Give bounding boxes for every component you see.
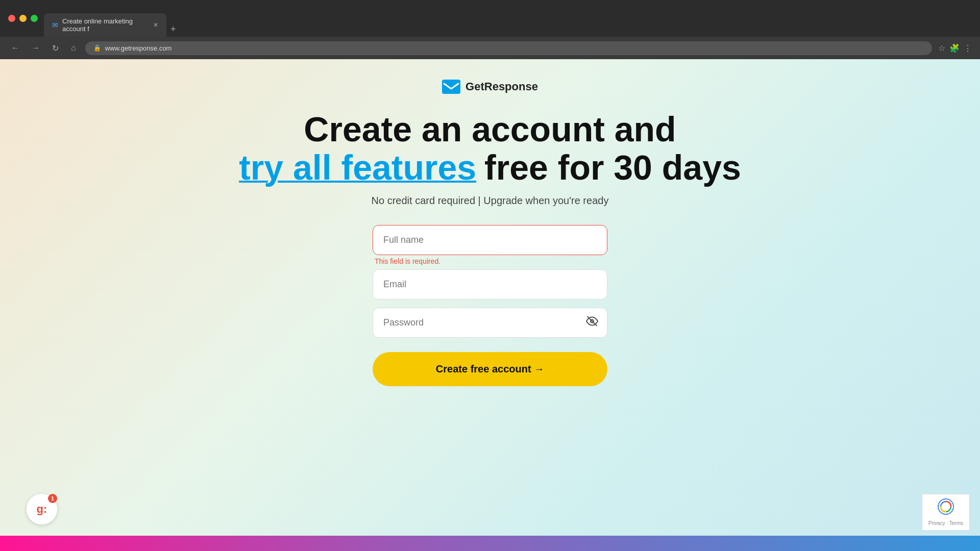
browser-nav-bar: ← → ↻ ⌂ 🔒 www.getresponse.com ☆ 🧩 ⋮ — [0, 37, 980, 59]
headline-blue-text: try all features — [239, 148, 476, 187]
password-input[interactable] — [373, 308, 607, 338]
address-bar[interactable]: 🔒 www.getresponse.com — [85, 41, 932, 55]
address-text: www.getresponse.com — [105, 44, 172, 52]
tab-title: Create online marketing account f — [62, 17, 149, 33]
headline: Create an account and try all features f… — [239, 110, 741, 187]
active-tab[interactable]: ✉ Create online marketing account f ✕ — [44, 13, 166, 37]
create-account-label: Create free account → — [436, 363, 544, 375]
logo-area: GetResponse — [442, 80, 538, 94]
back-button[interactable]: ← — [8, 41, 22, 55]
headline-rest-text: free for 30 days — [484, 148, 741, 187]
maximize-button[interactable] — [31, 15, 38, 22]
logo-text: GetResponse — [465, 80, 538, 93]
grammarly-icon[interactable]: g: 1 — [27, 494, 57, 524]
lock-icon: 🔒 — [93, 44, 101, 52]
headline-line2: try all features free for 30 days — [239, 148, 741, 187]
email-field-wrapper — [373, 269, 607, 299]
fullname-error-message: This field is required. — [373, 257, 607, 265]
forward-button[interactable]: → — [29, 41, 43, 55]
fullname-input[interactable] — [373, 225, 607, 255]
toggle-password-icon[interactable] — [586, 315, 598, 330]
subtext: No credit card required | Upgrade when y… — [372, 195, 609, 207]
create-account-button[interactable]: Create free account → — [373, 352, 607, 386]
password-field-wrapper — [373, 308, 607, 338]
close-button[interactable] — [8, 15, 15, 22]
grammarly-badge-count: 1 — [48, 494, 57, 503]
signup-form: This field is required. Create free acco… — [373, 225, 607, 386]
new-tab-button[interactable]: + — [166, 22, 180, 37]
page-content: GetResponse Create an account and try al… — [0, 59, 980, 551]
bottom-color-bar — [0, 536, 980, 551]
browser-action-icons: ☆ 🧩 ⋮ — [938, 43, 972, 53]
minimize-button[interactable] — [19, 15, 27, 22]
extensions-icon[interactable]: 🧩 — [949, 43, 960, 53]
email-input[interactable] — [373, 269, 607, 299]
grammarly-letter: g: — [37, 503, 47, 516]
recaptcha-icon — [938, 498, 954, 518]
browser-chrome: ✉ Create online marketing account f ✕ + — [0, 0, 980, 37]
headline-line1: Create an account and — [239, 110, 741, 148]
svg-rect-0 — [442, 80, 460, 94]
tab-bar: ✉ Create online marketing account f ✕ + — [44, 0, 972, 37]
traffic-lights — [8, 15, 38, 22]
tab-close-icon[interactable]: ✕ — [153, 21, 158, 29]
bookmark-icon[interactable]: ☆ — [938, 43, 945, 53]
recaptcha-privacy-text: Privacy · Terms — [928, 520, 963, 526]
logo-icon — [442, 80, 460, 94]
home-button[interactable]: ⌂ — [68, 41, 79, 55]
fullname-field-wrapper: This field is required. — [373, 225, 607, 265]
tab-favicon-icon: ✉ — [52, 21, 58, 29]
menu-icon[interactable]: ⋮ — [964, 43, 972, 53]
refresh-button[interactable]: ↻ — [49, 41, 62, 55]
recaptcha-badge: Privacy · Terms — [922, 494, 970, 531]
